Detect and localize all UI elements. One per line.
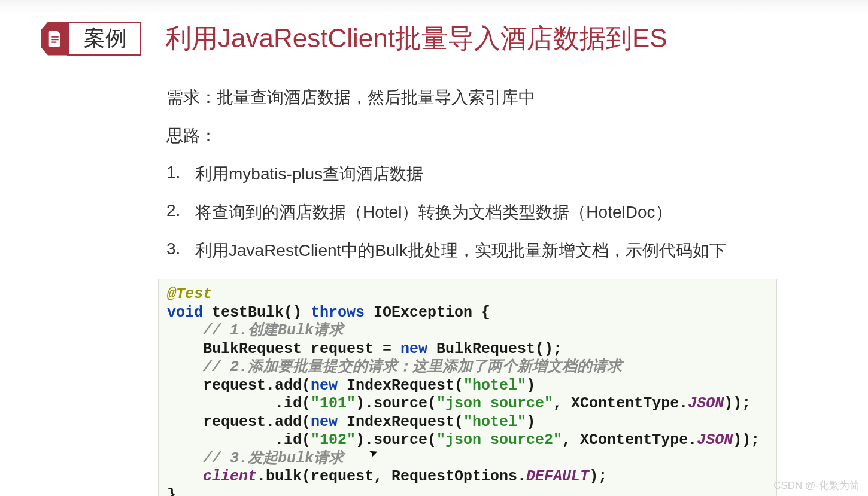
badge: 案例 <box>41 22 141 56</box>
badge-label: 案例 <box>67 22 141 56</box>
list-item: 将查询到的酒店数据（Hotel）转换为文档类型数据（HotelDoc） <box>166 201 868 224</box>
content-body: 需求：批量查询酒店数据，然后批量导入索引库中 思路： 利用mybatis-plu… <box>0 56 868 262</box>
requirement-text: 需求：批量查询酒店数据，然后批量导入索引库中 <box>166 86 868 109</box>
page-title: 利用JavaRestClient批量导入酒店数据到ES <box>165 21 667 56</box>
list-item: 利用mybatis-plus查询酒店数据 <box>166 163 868 185</box>
code-block: @Test void testBulk() throws IOException… <box>158 279 777 496</box>
list-item: 利用JavaRestClient中的Bulk批处理，实现批量新增文档，示例代码如… <box>166 239 868 262</box>
step-list: 利用mybatis-plus查询酒店数据 将查询到的酒店数据（Hotel）转换为… <box>166 163 868 262</box>
approach-label: 思路： <box>166 124 868 147</box>
document-icon <box>41 22 69 56</box>
header: 案例 利用JavaRestClient批量导入酒店数据到ES <box>0 0 868 56</box>
watermark: CSDN @-化繁为简 <box>773 479 860 492</box>
